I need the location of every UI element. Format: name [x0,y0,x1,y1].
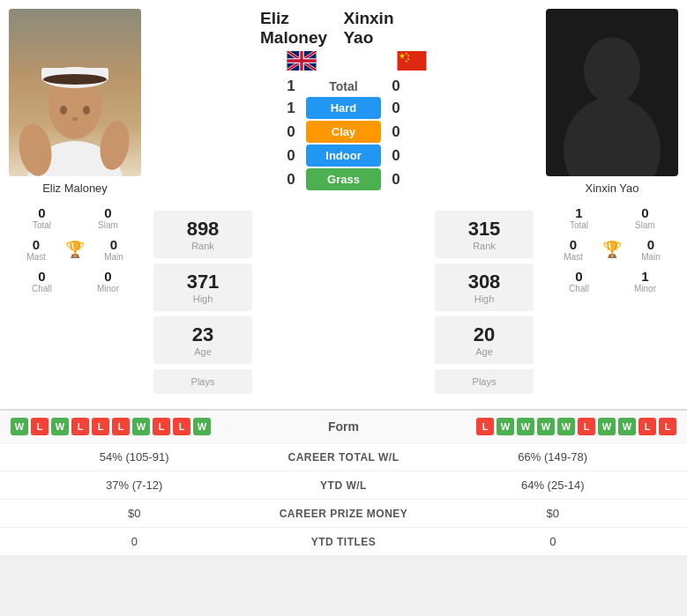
right-form-badge-1: W [497,418,514,435]
svg-point-7 [83,106,90,115]
left-total-stat: 0 Total [9,202,75,234]
right-form-badge-2: W [517,418,534,435]
main-container: Eliz Maloney 0 Total 0 Slam 0 Ma [0,0,687,556]
data-row-2: $0Career Prize Money$0 [0,500,687,528]
data-row-3-right: 0 [432,535,675,548]
right-slam-stat: 0 Slam [612,202,678,234]
right-player-center-name: Xinxin Yao [344,9,428,48]
hard-badge: Hard [306,97,381,119]
left-indoor-score: 0 [281,147,301,165]
left-total-score: 1 [281,78,301,95]
data-row-1-left: 37% (7-12) [13,479,256,492]
left-form-badge-0: W [11,418,28,435]
right-player-header: Xinxin Yao [344,9,428,71]
left-player-header: Eliz Maloney [260,9,344,71]
form-label: Form [287,419,401,434]
left-trophy-icon: 🏆 [63,236,86,263]
right-form-badge-6: W [598,418,616,435]
left-minor-stat: 0 Minor [75,265,141,297]
grass-score-row: 0 Grass 0 [256,168,431,190]
right-grass-score: 0 [386,171,406,189]
right-form-badge-9: L [659,418,676,435]
uk-flag-icon [287,51,317,71]
indoor-score-row: 0 Indoor 0 [256,145,431,167]
left-plays-box: Plays [153,369,252,394]
data-row-2-right: $0 [432,507,675,520]
total-badge: Total [306,79,381,93]
left-form-badge-5: L [112,418,130,435]
left-high-box: 371 High [153,263,252,311]
left-form-badge-1: L [31,418,49,435]
hard-score-row: 1 Hard 0 [256,97,431,119]
indoor-badge: Indoor [306,145,381,167]
right-chall-stat: 0 Chall [546,265,612,297]
clay-score-row: 0 Clay 0 [256,121,431,143]
data-row-0-center: Career Total W/L [256,451,432,464]
center-column: Eliz Maloney Xinxin Yao [256,0,431,405]
right-total-stat: 1 Total [546,202,612,234]
left-chall-stat: 0 Chall [9,265,75,297]
data-row-3: 0YTD Titles0 [0,528,687,556]
data-row-0-right: 66% (149-78) [432,450,675,464]
right-center-stats: 315 Rank 308 High 20 Age Plays [431,0,537,405]
svg-rect-12 [398,51,427,71]
left-mast-stat: 0 Mast [9,234,63,265]
match-header: Eliz Maloney 0 Total 0 Slam 0 Ma [0,0,687,405]
right-rank-box: 315 Rank [435,211,534,258]
left-form-badge-4: L [92,418,109,435]
left-form-badge-2: W [51,418,69,435]
right-form-badges: LWWWWLWWLL [401,418,677,435]
right-mast-stat: 0 Mast [546,234,601,265]
form-row: WLWLLLWLLW Form LWWWWLWWLL [0,411,687,443]
svg-point-8 [72,117,78,121]
left-player-center-name: Eliz Maloney [260,9,344,48]
right-form-badge-7: W [618,418,636,435]
data-row-2-left: $0 [13,507,256,520]
left-form-badge-7: L [153,418,170,435]
right-minor-stat: 1 Minor [612,265,678,297]
right-indoor-score: 0 [386,147,406,165]
right-player-name-label: Xinxin Yao [586,182,639,195]
left-form-badge-3: L [71,418,89,435]
svg-point-6 [60,106,67,115]
left-form-badge-8: L [173,418,190,435]
right-form-badge-5: L [578,418,595,435]
svg-point-19 [584,37,640,104]
total-score-row: 1 Total 0 [256,78,431,95]
right-player-photo [546,9,678,176]
left-main-stat: 0 Main [86,234,141,265]
left-grass-score: 0 [281,171,301,189]
right-main-stat: 0 Main [624,234,678,265]
right-form-badge-3: W [537,418,555,435]
data-row-2-center: Career Prize Money [256,508,432,520]
clay-badge: Clay [306,121,381,143]
data-row-1: 37% (7-12)YTD W/L64% (25-14) [0,471,687,500]
bottom-section: WLWLLLWLLW Form LWWWWLWWLL 54% (105-91)C… [0,409,687,556]
left-form-badges: WLWLLLWLLW [11,418,287,435]
right-trophy-icon: 🏆 [601,236,624,263]
svg-point-5 [43,74,107,85]
data-row-0: 54% (105-91)Career Total W/L66% (149-78) [0,443,687,471]
left-rank-box: 898 Rank [153,211,252,258]
right-age-box: 20 Age [435,316,534,364]
data-row-0-left: 54% (105-91) [13,450,256,464]
right-hard-score: 0 [386,100,406,117]
left-age-box: 23 Age [153,316,252,364]
cn-flag-icon [397,51,427,71]
right-clay-score: 0 [386,123,406,141]
left-player-photo-col: Eliz Maloney 0 Total 0 Slam 0 Ma [0,0,150,405]
data-row-3-center: YTD Titles [256,536,432,548]
scores-section: 1 Total 0 1 Hard 0 0 Clay 0 0 [256,76,431,192]
right-form-badge-4: W [557,418,575,435]
right-high-box: 308 High [435,263,534,311]
left-hard-score: 1 [281,100,301,117]
data-row-1-center: YTD W/L [256,479,432,492]
left-clay-score: 0 [281,123,301,141]
right-plays-box: Plays [435,369,534,394]
left-slam-stat: 0 Slam [75,202,141,234]
left-form-badge-9: W [193,418,211,435]
right-player-photo-col: Xinxin Yao 1 Total 0 Slam 0 Mast [537,0,687,405]
data-row-3-left: 0 [13,535,256,548]
left-player-name-label: Eliz Maloney [42,182,108,195]
data-rows: 54% (105-91)Career Total W/L66% (149-78)… [0,443,687,556]
